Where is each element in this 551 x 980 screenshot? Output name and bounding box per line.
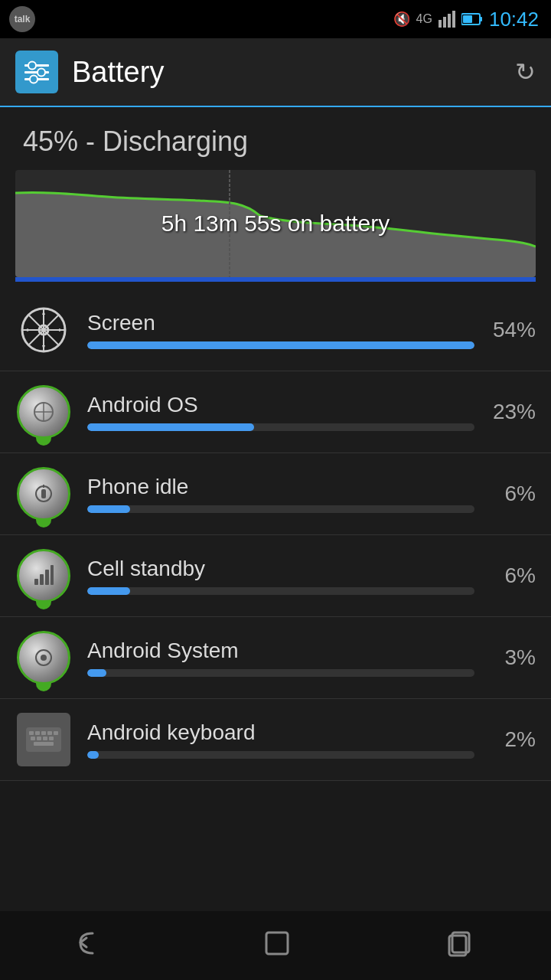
svg-rect-37 <box>43 737 47 740</box>
status-bar-right: 🔇 4G 10:42 <box>393 8 539 31</box>
usage-bar-fill-android-system <box>87 669 106 677</box>
svg-rect-1 <box>443 17 446 28</box>
usage-info-android-system: Android System <box>87 639 474 677</box>
svg-rect-30 <box>29 731 34 735</box>
usage-info-android-keyboard: Android keyboard <box>87 720 474 759</box>
svg-rect-5 <box>480 17 482 21</box>
battery-status-header: 45% - Discharging <box>0 107 551 170</box>
app-bar: Battery ↻ <box>0 38 551 107</box>
usage-info-phone-idle: Phone idle <box>87 475 474 513</box>
usage-item-phone-idle[interactable]: Phone idle 6% <box>0 453 551 535</box>
usage-percent-cell-standby: 6% <box>490 564 536 588</box>
usage-item-cell-standby[interactable]: Cell standby 6% <box>0 535 551 617</box>
keyboard-box <box>17 713 70 766</box>
cell-standby-icon <box>15 547 72 604</box>
android-system-icon <box>15 629 72 686</box>
usage-name-android-os: Android OS <box>87 393 474 417</box>
orb-android-system <box>17 631 70 684</box>
usage-percent-android-keyboard: 2% <box>490 727 536 752</box>
battery-percentage-text: 45% - Discharging <box>23 126 248 157</box>
usage-info-screen: Screen <box>87 311 474 349</box>
usage-item-screen[interactable]: Screen 54% <box>0 289 551 371</box>
svg-rect-34 <box>54 731 58 735</box>
android-keyboard-icon <box>15 711 72 768</box>
usage-bar-fill-android-os <box>87 423 254 431</box>
status-bar-left: talk <box>9 6 35 32</box>
svg-rect-0 <box>439 20 442 28</box>
signal-4g-icon: 4G <box>416 12 432 26</box>
usage-item-android-system[interactable]: Android System 3% <box>0 617 551 699</box>
usage-percent-phone-idle: 6% <box>490 482 536 506</box>
svg-rect-36 <box>37 737 41 740</box>
svg-rect-25 <box>45 570 49 585</box>
android-os-icon <box>15 384 72 440</box>
talk-icon: talk <box>9 6 35 32</box>
usage-bar-track-cell-standby <box>87 587 474 595</box>
svg-point-11 <box>37 69 45 77</box>
orb-cell-standby <box>17 549 70 603</box>
usage-percent-android-system: 3% <box>490 645 536 670</box>
usage-info-cell-standby: Cell standby <box>87 557 474 595</box>
main-content: 45% - Discharging 5h 13m 55s on battery <box>0 107 551 781</box>
screen-icon <box>15 302 72 358</box>
orb-phone-idle <box>17 467 70 521</box>
usage-bar-track-android-os <box>87 423 474 431</box>
svg-point-28 <box>41 655 47 661</box>
signal-bars-icon <box>439 11 455 28</box>
usage-percent-android-os: 23% <box>490 400 536 424</box>
svg-rect-21 <box>41 489 46 498</box>
svg-rect-2 <box>448 14 451 28</box>
usage-name-android-keyboard: Android keyboard <box>87 720 474 745</box>
usage-bar-track-phone-idle <box>87 505 474 513</box>
svg-rect-23 <box>34 579 38 585</box>
svg-rect-40 <box>266 933 288 954</box>
recent-apps-button[interactable] <box>423 922 497 970</box>
svg-rect-3 <box>452 11 455 28</box>
battery-graph-container: 5h 13m 55s on battery <box>15 170 536 277</box>
usage-name-phone-idle: Phone idle <box>87 475 474 499</box>
battery-status-icon <box>461 12 483 26</box>
battery-graph-bottom-bar <box>15 277 536 282</box>
usage-info-android-os: Android OS <box>87 393 474 431</box>
svg-point-12 <box>30 76 37 83</box>
usage-item-android-keyboard[interactable]: Android keyboard 2% <box>0 699 551 781</box>
svg-rect-35 <box>31 737 35 740</box>
svg-rect-38 <box>49 737 54 740</box>
page-title: Battery <box>72 56 515 89</box>
svg-rect-26 <box>51 565 54 585</box>
svg-rect-39 <box>34 742 54 746</box>
mute-icon: 🔇 <box>393 11 410 28</box>
usage-name-cell-standby: Cell standby <box>87 557 474 581</box>
usage-name-android-system: Android System <box>87 639 474 663</box>
refresh-button[interactable]: ↻ <box>515 57 536 87</box>
status-time: 10:42 <box>489 8 539 31</box>
usage-percent-screen: 54% <box>490 318 536 342</box>
usage-bar-fill-android-keyboard <box>87 751 99 759</box>
svg-rect-32 <box>41 731 46 735</box>
svg-point-10 <box>28 62 36 70</box>
settings-sliders-icon <box>21 57 52 87</box>
svg-rect-31 <box>35 731 40 735</box>
svg-rect-6 <box>463 15 472 23</box>
svg-rect-24 <box>40 574 44 585</box>
app-bar-icon <box>15 51 58 93</box>
usage-bar-track-android-system <box>87 669 474 677</box>
back-button[interactable] <box>54 924 131 968</box>
usage-name-screen: Screen <box>87 311 474 335</box>
home-button[interactable] <box>240 922 314 970</box>
usage-bar-track-screen <box>87 341 474 349</box>
battery-duration-label: 5h 13m 55s on battery <box>161 211 390 237</box>
usage-bar-fill-screen <box>87 341 474 349</box>
usage-item-android-os[interactable]: Android OS 23% <box>0 371 551 453</box>
svg-rect-33 <box>47 731 52 735</box>
usage-list: Screen 54% Android OS <box>0 289 551 781</box>
bottom-nav <box>0 911 551 980</box>
usage-bar-track-android-keyboard <box>87 751 474 759</box>
orb-android-os <box>17 385 70 439</box>
usage-bar-fill-phone-idle <box>87 505 130 513</box>
usage-bar-fill-cell-standby <box>87 587 130 595</box>
status-bar: talk 🔇 4G 10:42 <box>0 0 551 38</box>
phone-idle-icon <box>15 466 72 522</box>
